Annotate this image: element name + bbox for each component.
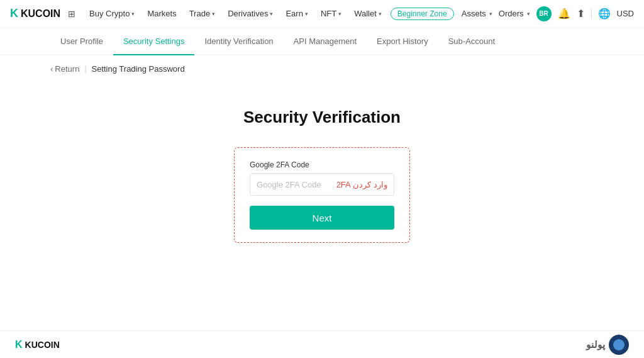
return-link[interactable]: ‹ Return <box>50 64 79 74</box>
nav-right-section: Assets ▾ Orders ▾ BR 🔔 ⬆ 🌐 USD <box>462 6 634 21</box>
bell-icon[interactable]: 🔔 <box>558 8 570 20</box>
next-button[interactable]: Next <box>250 206 394 230</box>
grid-icon[interactable]: ⊞ <box>68 9 75 19</box>
logo-text: KUCOIN <box>21 8 60 20</box>
tab-export-history[interactable]: Export History <box>367 28 438 55</box>
footer-logo[interactable]: K KUCOIN <box>15 339 60 350</box>
tab-sub-account[interactable]: Sub-Account <box>438 28 505 55</box>
google-2fa-input-wrapper: وارد کردن 2FA <box>250 173 394 196</box>
chevron-down-icon: ▾ <box>527 11 530 17</box>
footer-brand-icon <box>609 335 629 355</box>
tab-api-management[interactable]: API Management <box>284 28 367 55</box>
google-2fa-label: Google 2FA Code <box>250 160 394 169</box>
nav-earn[interactable]: Earn ▾ <box>279 0 314 28</box>
chevron-down-icon: ▾ <box>212 11 215 17</box>
currency-selector[interactable]: USD <box>617 9 634 18</box>
nav-derivatives[interactable]: Derivatives ▾ <box>221 0 279 28</box>
breadcrumb: ‹ Return | Setting Trading Password <box>0 55 644 82</box>
google-2fa-hint: وارد کردن 2FA <box>336 180 387 189</box>
google-2fa-input[interactable] <box>257 180 331 189</box>
footer-logo-text: KUCOIN <box>25 340 60 350</box>
footer-logo-icon: K <box>15 339 23 350</box>
secondary-navigation: User Profile Security Settings Identity … <box>0 28 644 55</box>
nav-wallet[interactable]: Wallet ▾ <box>348 0 388 28</box>
chevron-down-icon: ▾ <box>489 11 492 17</box>
tab-identity-verification[interactable]: Identity Verification <box>194 28 283 55</box>
footer-brand-inner-icon <box>613 339 625 350</box>
breadcrumb-separator: | <box>84 65 86 74</box>
tab-user-profile[interactable]: User Profile <box>50 28 113 55</box>
language-icon[interactable]: 🌐 <box>598 8 611 20</box>
chevron-down-icon: ▾ <box>270 11 273 17</box>
orders-link[interactable]: Orders ▾ <box>499 9 530 18</box>
avatar[interactable]: BR <box>536 6 552 21</box>
nav-nft[interactable]: NFT ▾ <box>314 0 348 28</box>
divider <box>591 9 592 19</box>
logo[interactable]: K KUCOIN <box>10 7 60 20</box>
page-title: Security Verification <box>243 108 401 127</box>
chevron-down-icon: ▾ <box>379 11 382 17</box>
logo-icon: K <box>10 7 18 20</box>
chevron-down-icon: ▾ <box>305 11 308 17</box>
footer-brand-name: پولنو <box>586 339 605 350</box>
chevron-down-icon: ▾ <box>131 11 135 17</box>
main-content: Security Verification Google 2FA Code وا… <box>0 82 644 281</box>
nav-items: Buy Crypto ▾ Markets Trade ▾ Derivatives… <box>83 0 462 28</box>
assets-link[interactable]: Assets ▾ <box>462 9 492 18</box>
tab-security-settings[interactable]: Security Settings <box>113 28 195 55</box>
verification-card: Google 2FA Code وارد کردن 2FA Next <box>234 147 410 243</box>
chevron-down-icon: ▾ <box>338 11 341 17</box>
nav-markets[interactable]: Markets <box>141 0 182 28</box>
breadcrumb-current-page: Setting Trading Password <box>92 64 185 74</box>
nav-trade[interactable]: Trade ▾ <box>183 0 221 28</box>
beginner-zone-button[interactable]: Beginner Zone <box>391 8 454 20</box>
upload-icon[interactable]: ⬆ <box>577 8 585 20</box>
nav-buy-crypto[interactable]: Buy Crypto ▾ <box>83 0 141 28</box>
footer-brand: پولنو <box>586 335 629 355</box>
chevron-left-icon: ‹ <box>50 64 53 74</box>
top-navigation: K KUCOIN ⊞ Buy Crypto ▾ Markets Trade ▾ … <box>0 0 644 28</box>
page-footer: K KUCOIN پولنو <box>0 330 644 358</box>
